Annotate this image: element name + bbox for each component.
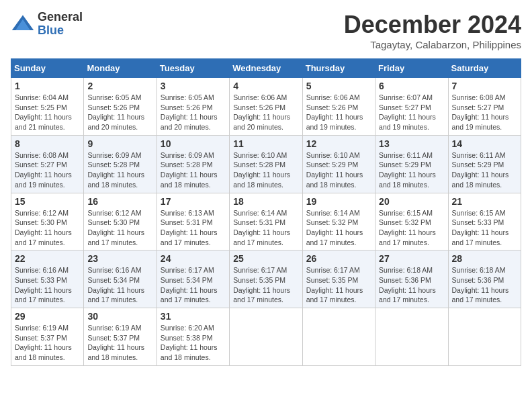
day-detail: Sunrise: 6:12 AMSunset: 5:30 PMDaylight:…: [87, 208, 152, 248]
day-number: 26: [306, 253, 371, 264]
calendar-week-row: 15Sunrise: 6:12 AMSunset: 5:30 PMDayligh…: [11, 193, 521, 250]
day-number: 13: [379, 138, 444, 149]
day-detail: Sunrise: 6:19 AMSunset: 5:37 PMDaylight:…: [87, 323, 152, 363]
table-row: 21Sunrise: 6:15 AMSunset: 5:33 PMDayligh…: [448, 193, 521, 250]
table-row: 24Sunrise: 6:17 AMSunset: 5:34 PMDayligh…: [157, 250, 229, 308]
col-saturday: Saturday: [448, 59, 521, 78]
day-number: 9: [87, 138, 152, 149]
table-row: 16Sunrise: 6:12 AMSunset: 5:30 PMDayligh…: [84, 193, 157, 250]
table-row: 25Sunrise: 6:17 AMSunset: 5:35 PMDayligh…: [230, 250, 302, 308]
calendar-header-row: Sunday Monday Tuesday Wednesday Thursday…: [11, 59, 521, 78]
calendar-week-row: 22Sunrise: 6:16 AMSunset: 5:33 PMDayligh…: [11, 250, 521, 308]
day-detail: Sunrise: 6:18 AMSunset: 5:36 PMDaylight:…: [379, 265, 444, 305]
day-number: 22: [15, 253, 80, 264]
table-row: 22Sunrise: 6:16 AMSunset: 5:33 PMDayligh…: [11, 250, 84, 308]
day-detail: Sunrise: 6:13 AMSunset: 5:31 PMDaylight:…: [161, 208, 226, 248]
table-row: [448, 308, 521, 366]
day-number: 25: [233, 253, 298, 264]
col-sunday: Sunday: [11, 59, 84, 78]
day-detail: Sunrise: 6:09 AMSunset: 5:28 PMDaylight:…: [87, 150, 152, 190]
col-monday: Monday: [84, 59, 157, 78]
day-detail: Sunrise: 6:15 AMSunset: 5:32 PMDaylight:…: [379, 208, 444, 248]
table-row: 3Sunrise: 6:05 AMSunset: 5:26 PMDaylight…: [157, 78, 229, 136]
day-number: 24: [161, 253, 226, 264]
table-row: 19Sunrise: 6:14 AMSunset: 5:32 PMDayligh…: [302, 193, 375, 250]
logo-icon: [11, 12, 35, 36]
day-detail: Sunrise: 6:10 AMSunset: 5:29 PMDaylight:…: [306, 150, 371, 190]
day-number: 27: [379, 253, 444, 264]
day-detail: Sunrise: 6:19 AMSunset: 5:37 PMDaylight:…: [15, 323, 80, 363]
table-row: 29Sunrise: 6:19 AMSunset: 5:37 PMDayligh…: [11, 308, 84, 366]
day-number: 5: [306, 81, 371, 91]
day-detail: Sunrise: 6:08 AMSunset: 5:27 PMDaylight:…: [15, 150, 80, 190]
day-number: 30: [87, 311, 152, 322]
table-row: 17Sunrise: 6:13 AMSunset: 5:31 PMDayligh…: [157, 193, 229, 250]
location-title: Tagaytay, Calabarzon, Philippines: [344, 39, 521, 50]
table-row: 13Sunrise: 6:11 AMSunset: 5:29 PMDayligh…: [375, 135, 448, 193]
day-number: 29: [15, 311, 80, 322]
day-detail: Sunrise: 6:17 AMSunset: 5:34 PMDaylight:…: [161, 265, 226, 305]
day-number: 12: [306, 138, 371, 149]
table-row: 14Sunrise: 6:11 AMSunset: 5:29 PMDayligh…: [448, 135, 521, 193]
table-row: 5Sunrise: 6:06 AMSunset: 5:26 PMDaylight…: [302, 78, 375, 136]
col-tuesday: Tuesday: [157, 59, 229, 78]
table-row: 7Sunrise: 6:08 AMSunset: 5:27 PMDaylight…: [448, 78, 521, 136]
title-area: December 2024 Tagaytay, Calabarzon, Phil…: [344, 11, 521, 50]
day-number: 23: [87, 253, 152, 264]
day-detail: Sunrise: 6:15 AMSunset: 5:33 PMDaylight:…: [452, 208, 517, 248]
day-number: 10: [161, 138, 226, 149]
day-detail: Sunrise: 6:17 AMSunset: 5:35 PMDaylight:…: [233, 265, 298, 305]
day-number: 1: [15, 81, 80, 91]
day-number: 7: [452, 81, 517, 91]
col-friday: Friday: [375, 59, 448, 78]
day-detail: Sunrise: 6:06 AMSunset: 5:26 PMDaylight:…: [233, 93, 298, 132]
table-row: 23Sunrise: 6:16 AMSunset: 5:34 PMDayligh…: [84, 250, 157, 308]
calendar-week-row: 29Sunrise: 6:19 AMSunset: 5:37 PMDayligh…: [11, 308, 521, 366]
day-number: 14: [452, 138, 517, 149]
day-detail: Sunrise: 6:12 AMSunset: 5:30 PMDaylight:…: [15, 208, 80, 248]
table-row: 31Sunrise: 6:20 AMSunset: 5:38 PMDayligh…: [157, 308, 229, 366]
table-row: 2Sunrise: 6:05 AMSunset: 5:26 PMDaylight…: [84, 78, 157, 136]
day-detail: Sunrise: 6:10 AMSunset: 5:28 PMDaylight:…: [233, 150, 298, 190]
table-row: 18Sunrise: 6:14 AMSunset: 5:31 PMDayligh…: [230, 193, 302, 250]
table-row: [302, 308, 375, 366]
logo: General Blue: [11, 11, 83, 38]
day-number: 18: [233, 196, 298, 207]
day-detail: Sunrise: 6:18 AMSunset: 5:36 PMDaylight:…: [452, 265, 517, 305]
logo-blue-text: Blue: [38, 24, 64, 37]
day-detail: Sunrise: 6:11 AMSunset: 5:29 PMDaylight:…: [452, 150, 517, 190]
day-detail: Sunrise: 6:11 AMSunset: 5:29 PMDaylight:…: [379, 150, 444, 190]
table-row: [375, 308, 448, 366]
day-detail: Sunrise: 6:05 AMSunset: 5:26 PMDaylight:…: [161, 93, 226, 132]
day-number: 4: [233, 81, 298, 91]
day-number: 15: [15, 196, 80, 207]
day-number: 17: [161, 196, 226, 207]
day-detail: Sunrise: 6:06 AMSunset: 5:26 PMDaylight:…: [306, 93, 371, 132]
day-number: 16: [87, 196, 152, 207]
day-number: 3: [161, 81, 226, 91]
table-row: 4Sunrise: 6:06 AMSunset: 5:26 PMDaylight…: [230, 78, 302, 136]
day-number: 21: [452, 196, 517, 207]
day-number: 8: [15, 138, 80, 149]
day-number: 19: [306, 196, 371, 207]
calendar-week-row: 8Sunrise: 6:08 AMSunset: 5:27 PMDaylight…: [11, 135, 521, 193]
table-row: 1Sunrise: 6:04 AMSunset: 5:25 PMDaylight…: [11, 78, 84, 136]
table-row: 27Sunrise: 6:18 AMSunset: 5:36 PMDayligh…: [375, 250, 448, 308]
day-detail: Sunrise: 6:17 AMSunset: 5:35 PMDaylight:…: [306, 265, 371, 305]
table-row: 28Sunrise: 6:18 AMSunset: 5:36 PMDayligh…: [448, 250, 521, 308]
day-detail: Sunrise: 6:04 AMSunset: 5:25 PMDaylight:…: [15, 93, 80, 132]
day-number: 31: [161, 311, 226, 322]
table-row: 10Sunrise: 6:09 AMSunset: 5:28 PMDayligh…: [157, 135, 229, 193]
day-detail: Sunrise: 6:09 AMSunset: 5:28 PMDaylight:…: [161, 150, 226, 190]
calendar-table: Sunday Monday Tuesday Wednesday Thursday…: [11, 58, 521, 366]
logo-text: General Blue: [38, 11, 83, 38]
day-detail: Sunrise: 6:08 AMSunset: 5:27 PMDaylight:…: [452, 93, 517, 132]
table-row: 12Sunrise: 6:10 AMSunset: 5:29 PMDayligh…: [302, 135, 375, 193]
table-row: 8Sunrise: 6:08 AMSunset: 5:27 PMDaylight…: [11, 135, 84, 193]
table-row: 30Sunrise: 6:19 AMSunset: 5:37 PMDayligh…: [84, 308, 157, 366]
day-detail: Sunrise: 6:07 AMSunset: 5:27 PMDaylight:…: [379, 93, 444, 132]
table-row: 26Sunrise: 6:17 AMSunset: 5:35 PMDayligh…: [302, 250, 375, 308]
table-row: 15Sunrise: 6:12 AMSunset: 5:30 PMDayligh…: [11, 193, 84, 250]
month-title: December 2024: [344, 11, 521, 39]
day-number: 20: [379, 196, 444, 207]
